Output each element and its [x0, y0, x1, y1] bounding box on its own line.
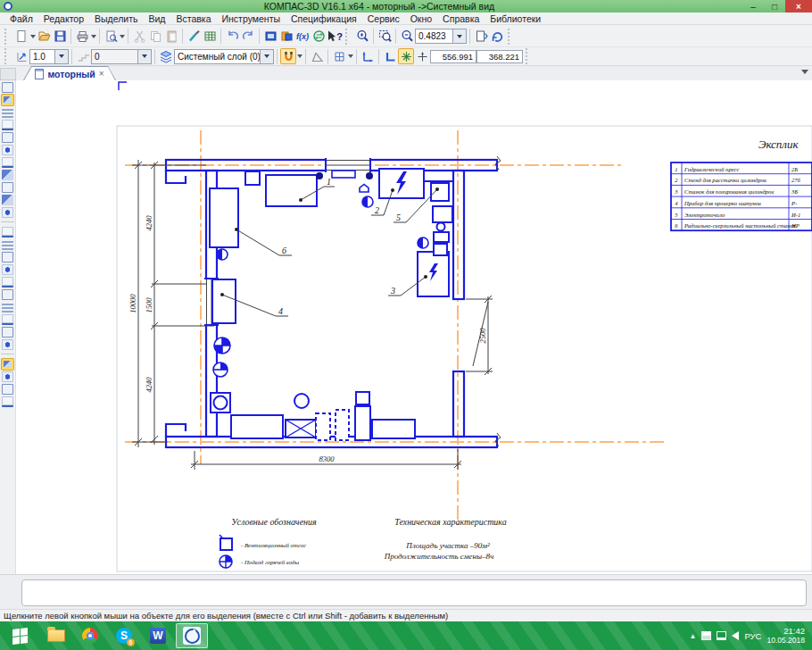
new-window-button[interactable]: [262, 29, 278, 45]
specification-tool-icon[interactable]: [2, 182, 13, 193]
panel-toggle-button[interactable]: [0, 68, 16, 80]
network-icon[interactable]: [717, 631, 726, 640]
fx-button[interactable]: f(x): [294, 29, 311, 45]
grid-dropdown[interactable]: [348, 54, 353, 58]
zoom-scale-combo[interactable]: 0.4823: [415, 29, 467, 44]
menu-libraries[interactable]: Библиотеки: [485, 13, 545, 24]
scale-dropdown[interactable]: [54, 50, 68, 63]
angle-snap-button[interactable]: [309, 48, 325, 64]
chrome-icon[interactable]: [74, 623, 106, 648]
volume-icon[interactable]: [732, 631, 739, 640]
text-tool-icon[interactable]: [2, 227, 13, 238]
angle-measure-tool-icon[interactable]: [2, 132, 13, 143]
step-combo[interactable]: 0: [91, 49, 152, 64]
zoom-scale-dropdown[interactable]: [452, 29, 466, 43]
variables-button[interactable]: [278, 29, 294, 45]
layers-button[interactable]: [158, 48, 174, 64]
new-document-button[interactable]: [13, 29, 29, 45]
word-icon[interactable]: W: [142, 623, 174, 648]
maximize-button[interactable]: □: [764, 0, 785, 12]
spline-tool-icon[interactable]: [2, 289, 13, 300]
marker-tool-icon[interactable]: [2, 252, 13, 262]
edit-tool-icon[interactable]: [2, 120, 13, 130]
toolbar-grip[interactable]: [4, 29, 11, 45]
snaps-toggle-button[interactable]: [398, 48, 414, 64]
lightning-tool-icon[interactable]: [2, 359, 13, 370]
tray-expand-icon[interactable]: ▲: [690, 632, 697, 640]
datum-tool-icon[interactable]: [2, 264, 13, 275]
scale-combo[interactable]: 1.0: [29, 49, 69, 64]
polyline-tool-icon[interactable]: [2, 277, 13, 288]
message-field[interactable]: [21, 579, 807, 606]
redo-button[interactable]: [240, 29, 256, 45]
file-explorer-icon[interactable]: [40, 623, 72, 648]
coord-x-field[interactable]: 556.991: [430, 50, 476, 63]
menu-help[interactable]: Справка: [438, 13, 484, 24]
step-dropdown[interactable]: [137, 50, 151, 63]
section-tool-icon[interactable]: [2, 384, 13, 395]
menu-file[interactable]: Файл: [5, 13, 37, 24]
clock[interactable]: 21:42 10.05.2018: [766, 627, 805, 646]
parametric-tool-icon[interactable]: [2, 157, 13, 168]
save-button[interactable]: [52, 29, 68, 45]
local-cs-button[interactable]: [360, 48, 376, 64]
text-arrow-tool-icon[interactable]: [2, 327, 13, 338]
print-button[interactable]: [74, 29, 90, 45]
drawing-canvas[interactable]: 1 2 5 3 4 6 10000: [0, 80, 812, 574]
toolbar-grip[interactable]: [4, 48, 11, 64]
coord-y-field[interactable]: 368.221: [476, 50, 523, 63]
report-tool-icon[interactable]: [2, 195, 13, 205]
menu-window[interactable]: Окно: [406, 13, 436, 24]
snap-magnet-button[interactable]: [280, 48, 296, 64]
skype-icon[interactable]: S 6: [108, 623, 140, 648]
contour-tool-icon[interactable]: [2, 302, 13, 312]
menu-tools[interactable]: Инструменты: [218, 13, 285, 24]
print-dropdown[interactable]: [91, 35, 96, 38]
units-exchange-button[interactable]: [311, 29, 327, 45]
tab-motorny[interactable]: моторный ×: [23, 66, 116, 80]
zoom-area-button[interactable]: [377, 29, 393, 45]
zoom-out-button[interactable]: [399, 29, 415, 45]
context-help-button[interactable]: ?: [327, 29, 343, 45]
fit-page-button[interactable]: [473, 29, 489, 45]
tab-list-dropdown[interactable]: [801, 70, 808, 74]
menu-insert[interactable]: Вставка: [171, 13, 215, 24]
ortho-button[interactable]: [382, 48, 398, 64]
pointer-tool-icon[interactable]: [2, 82, 13, 93]
tolerance-tool-icon[interactable]: [2, 339, 13, 350]
zoom-in-button[interactable]: [354, 29, 370, 45]
language-indicator[interactable]: РУС: [744, 631, 761, 641]
cut-button[interactable]: [131, 29, 147, 45]
action-center-icon[interactable]: [701, 631, 711, 640]
close-button[interactable]: ×: [785, 0, 812, 12]
kompas-taskbar-icon[interactable]: [176, 623, 208, 648]
menu-specification[interactable]: Спецификация: [286, 13, 361, 24]
raster-tool-icon[interactable]: [2, 170, 13, 180]
copy-button[interactable]: [147, 29, 163, 45]
axis-tool-icon[interactable]: [2, 371, 13, 382]
preview-dropdown[interactable]: [120, 35, 125, 38]
menu-service[interactable]: Сервис: [363, 13, 404, 24]
insert-view-tool-icon[interactable]: [2, 207, 13, 218]
corner-tool-icon[interactable]: [2, 396, 13, 407]
undo-button[interactable]: [224, 29, 240, 45]
copy-properties-button[interactable]: [186, 29, 202, 45]
start-button[interactable]: [0, 621, 39, 650]
menu-editor[interactable]: Редактор: [39, 13, 88, 24]
layer-dropdown[interactable]: [260, 50, 273, 63]
tab-close-icon[interactable]: ×: [99, 69, 104, 79]
menu-view[interactable]: Вид: [144, 13, 170, 24]
paste-button[interactable]: [163, 29, 179, 45]
menu-select[interactable]: Выделить: [90, 13, 142, 24]
hatch-tool-icon[interactable]: [2, 107, 13, 118]
open-button[interactable]: [36, 29, 52, 45]
grid-button[interactable]: [331, 48, 347, 64]
table-tool-icon[interactable]: [2, 239, 13, 250]
refresh-button[interactable]: [489, 29, 505, 45]
geometry-tool-icon[interactable]: [2, 95, 13, 105]
snap-dropdown[interactable]: [297, 54, 302, 58]
layer-combo[interactable]: Системный слой (0): [174, 49, 274, 64]
leader-tool-icon[interactable]: [2, 314, 13, 325]
annotation-tool-icon[interactable]: [2, 145, 13, 155]
spreadsheet-button[interactable]: [202, 29, 218, 45]
